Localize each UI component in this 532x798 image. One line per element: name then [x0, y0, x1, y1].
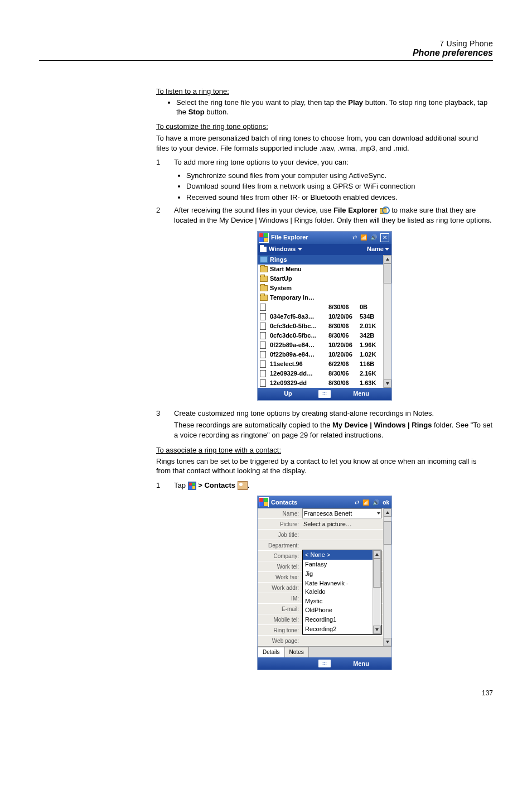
contacts-icon — [238, 481, 248, 490]
scrollbar[interactable] — [383, 255, 391, 388]
folder-row[interactable]: StartUp — [258, 274, 383, 283]
folder-row[interactable]: Rings — [258, 255, 383, 265]
window-title: File Explorer — [270, 233, 352, 242]
tab-notes[interactable]: Notes — [284, 647, 309, 657]
file-row[interactable]: 0cfc3dc0-5fbc…8/30/062.01K — [258, 321, 383, 331]
chevron-down-icon[interactable] — [385, 248, 389, 251]
chevron-down-icon[interactable] — [377, 512, 380, 515]
customize-para: To have a more personalized batch of rin… — [156, 133, 493, 153]
file-size: 1.63K — [360, 379, 382, 387]
file-name: 034e7cf6-8a3… — [270, 313, 328, 321]
section-title: Phone preferences — [39, 48, 493, 58]
file-name: 0f22b89a-e84… — [270, 350, 328, 359]
dropdown-item[interactable]: Mystic — [303, 597, 373, 606]
scroll-thumb[interactable] — [384, 263, 391, 283]
file-row[interactable]: 034e7cf6-8a3…10/20/06534B — [258, 312, 383, 321]
path-dropdown[interactable]: Windows — [269, 245, 296, 253]
sort-dropdown[interactable]: Name — [367, 245, 384, 253]
softkey-left[interactable]: Up — [258, 390, 318, 398]
file-icon — [260, 370, 266, 377]
header-rule — [39, 60, 493, 61]
file-icon — [260, 323, 266, 330]
assoc-step-1: 1 Tap > Contacts . — [156, 480, 493, 491]
chapter-label: 7 Using Phone — [39, 39, 493, 48]
window-title: Contacts — [270, 498, 355, 507]
dropdown-item[interactable]: < None > — [303, 550, 373, 560]
listen-bullet: Select the ring tone file you want to pl… — [176, 98, 493, 117]
mobiletel-label: Mobile tel: — [258, 616, 302, 624]
close-button[interactable]: ✕ — [380, 233, 389, 242]
scroll-down-button[interactable] — [384, 638, 391, 646]
file-row[interactable]: 12e09329-dd8/30/061.63K — [258, 378, 383, 388]
folder-icon — [260, 266, 268, 272]
ringtone-dropdown[interactable]: < None >FantasyJigKate Havnevik - Kaleid… — [302, 550, 381, 634]
dropdown-item[interactable]: OldPhone — [303, 605, 373, 615]
file-name: Start Menu — [270, 265, 328, 273]
file-name: 11select.96 — [270, 360, 328, 368]
softkey-right[interactable]: Menu — [331, 660, 391, 668]
department-field[interactable] — [302, 541, 382, 550]
scroll-down-button[interactable] — [373, 626, 381, 634]
associate-para: Rings tones can be set to be triggered b… — [156, 456, 493, 476]
folder-row[interactable]: Temporary In… — [258, 293, 383, 302]
folder-row[interactable]: Start Menu — [258, 265, 383, 274]
file-row[interactable]: 11select.966/22/06116B — [258, 359, 383, 369]
chevron-down-icon[interactable] — [298, 248, 302, 251]
file-size: 342B — [360, 331, 382, 340]
dropdown-item[interactable]: Jig — [303, 569, 373, 579]
file-date: 6/22/06 — [328, 360, 360, 368]
keyboard-icon[interactable]: ::: — [318, 660, 331, 667]
file-icon — [260, 360, 266, 368]
connectivity-icon[interactable]: ⇄ — [352, 234, 357, 242]
scrollbar[interactable] — [383, 508, 391, 646]
scroll-up-button[interactable] — [384, 255, 391, 263]
file-name: 12e09329-dd… — [270, 369, 328, 378]
file-date: 8/30/06 — [328, 303, 360, 311]
file-name: 0cfc3dc0-5fbc… — [270, 331, 328, 340]
file-row[interactable]: 8/30/060B — [258, 302, 383, 312]
start-flag-icon[interactable] — [259, 497, 269, 507]
dropdown-item[interactable]: Recording1 — [303, 615, 373, 624]
step-2: 2 After receiving the sound files in you… — [156, 205, 493, 225]
file-name: Temporary In… — [270, 294, 328, 302]
connectivity-icon[interactable]: ⇄ — [355, 499, 359, 507]
picture-field[interactable]: Select a picture… — [302, 520, 382, 528]
scroll-down-button[interactable] — [384, 379, 391, 388]
scroll-thumb[interactable] — [384, 521, 391, 545]
file-name: StartUp — [270, 275, 328, 283]
company-label: Company: — [258, 552, 302, 560]
scroll-thumb[interactable] — [373, 559, 381, 588]
jobtitle-label: Job title: — [258, 531, 302, 539]
dropdown-item[interactable]: Fantasy — [303, 560, 373, 569]
picture-label: Picture: — [258, 521, 302, 528]
softkey-right[interactable]: Menu — [331, 390, 391, 398]
file-name: Rings — [270, 256, 328, 264]
dropdown-item[interactable]: Recording2 — [303, 624, 373, 634]
start-flag-icon[interactable] — [259, 233, 269, 243]
file-row[interactable]: 0f22b89a-e84…10/20/061.96K — [258, 340, 383, 350]
file-date: 8/30/06 — [328, 322, 360, 330]
folder-row[interactable]: System — [258, 283, 383, 293]
screenshot-contacts: Contacts ⇄ 📶 🔊 ok Name: Francesca Bene — [257, 496, 392, 670]
scroll-up-button[interactable] — [384, 508, 391, 517]
scroll-up-button[interactable] — [373, 550, 381, 559]
ok-button[interactable]: ok — [383, 499, 389, 507]
file-size: 2.01K — [360, 322, 382, 330]
file-icon — [260, 379, 266, 387]
keyboard-icon[interactable]: ::: — [318, 390, 331, 398]
volume-icon[interactable]: 🔊 — [373, 499, 379, 507]
folder-icon — [260, 285, 268, 291]
heading-associate: To associate a ring tone with a contact: — [156, 445, 493, 455]
tab-details[interactable]: Details — [258, 647, 285, 657]
file-row[interactable]: 12e09329-dd…8/30/062.16K — [258, 369, 383, 378]
volume-icon[interactable]: 🔊 — [370, 234, 377, 242]
jobtitle-field[interactable] — [302, 530, 382, 539]
webpage-field[interactable] — [302, 636, 382, 645]
file-row[interactable]: 0cfc3dc0-5fbc…8/30/06342B — [258, 331, 383, 340]
scrollbar[interactable] — [373, 550, 381, 634]
name-field[interactable]: Francesca Benett — [302, 508, 382, 518]
file-row[interactable]: 0f22b89a-e84…10/20/061.02K — [258, 350, 383, 359]
file-size: 0B — [360, 303, 382, 311]
dropdown-item[interactable]: Kate Havnevik - Kaleido — [303, 579, 373, 597]
webpage-label: Web page: — [258, 637, 302, 645]
